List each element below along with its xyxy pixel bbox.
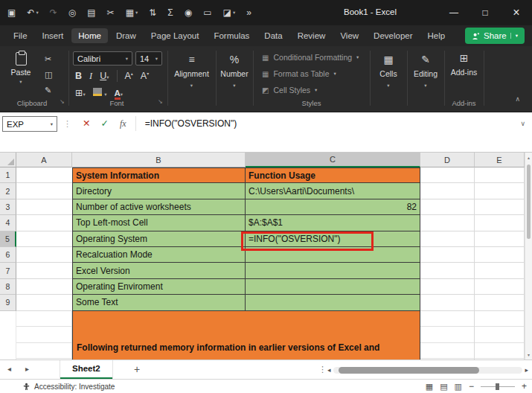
menu-tab-insert[interactable]: Insert xyxy=(36,28,71,43)
row-header-6[interactable]: 6 xyxy=(0,247,16,263)
cell-D4[interactable] xyxy=(420,215,475,231)
save-icon[interactable]: ▣ xyxy=(7,7,16,18)
paste-button[interactable]: Paste ▾ xyxy=(6,52,36,85)
col-header-B[interactable]: B xyxy=(72,153,246,167)
table-dropdown-icon[interactable]: ▾ xyxy=(135,10,138,16)
cell-E6[interactable] xyxy=(475,247,525,263)
row-header-3[interactable]: 3 xyxy=(0,199,16,215)
camera-qat-icon[interactable]: ◉ xyxy=(185,7,192,18)
clipboard-dialog-launcher-icon[interactable]: ↘ xyxy=(60,98,65,105)
cell-E2[interactable] xyxy=(475,183,525,199)
bold-button[interactable]: B xyxy=(75,71,82,81)
cell-A8[interactable] xyxy=(16,279,72,295)
cell-D10[interactable] xyxy=(420,311,475,360)
zoom-slider-thumb[interactable] xyxy=(496,383,499,390)
cell-C7[interactable] xyxy=(246,263,420,278)
touch-mode-icon[interactable]: ◎ xyxy=(68,7,76,18)
cell-E8[interactable] xyxy=(475,279,525,295)
cell-E4[interactable] xyxy=(475,215,525,231)
sheet-nav-left-icon[interactable]: ◂ xyxy=(7,365,11,373)
addins-button[interactable]: ⊞ Add-ins xyxy=(444,46,484,77)
font-name-combo[interactable]: Calibri ▾ xyxy=(73,51,132,66)
font-size-combo[interactable]: 14 ▾ xyxy=(135,51,162,66)
close-button[interactable]: × xyxy=(501,0,532,25)
confirm-entry-button[interactable]: ✓ xyxy=(100,116,108,132)
menu-tab-file[interactable]: File xyxy=(7,28,34,43)
col-header-C[interactable]: C xyxy=(246,153,420,167)
cell-C9[interactable] xyxy=(246,295,420,310)
cell-A5[interactable] xyxy=(16,231,72,247)
fill-color-dropdown-icon[interactable]: ▾ xyxy=(104,92,106,97)
menu-tab-developer[interactable]: Developer xyxy=(367,28,419,43)
insert-function-button[interactable]: fx xyxy=(120,116,126,132)
cell-E7[interactable] xyxy=(475,263,525,278)
cell-A4[interactable] xyxy=(16,215,72,231)
name-box[interactable]: EXP ▾ xyxy=(2,116,57,132)
minimize-button[interactable]: — xyxy=(438,0,469,25)
cell-D6[interactable] xyxy=(420,247,475,263)
menu-tab-home[interactable]: Home xyxy=(71,28,108,43)
hscroll-right-icon[interactable]: ▸ xyxy=(525,366,528,374)
page-layout-view-button[interactable]: ▤ xyxy=(440,382,447,392)
zoom-slider[interactable] xyxy=(481,383,515,391)
font-dialog-launcher-icon[interactable]: ↘ xyxy=(158,98,163,105)
cell-D5[interactable] xyxy=(420,231,475,247)
italic-button[interactable]: I xyxy=(89,71,92,82)
cell-E1[interactable] xyxy=(475,167,525,183)
cut-qat-icon[interactable]: ✂ xyxy=(107,7,115,18)
paste-dropdown-icon[interactable]: ▾ xyxy=(19,79,22,85)
cell-A6[interactable] xyxy=(16,247,72,263)
menu-tab-review[interactable]: Review xyxy=(291,28,333,43)
cell-C3[interactable]: 82 xyxy=(246,199,420,215)
cell-D9[interactable] xyxy=(420,295,475,310)
format-painter-button[interactable]: ✎ xyxy=(45,86,52,95)
cell-A1[interactable] xyxy=(16,167,72,183)
cell-D3[interactable] xyxy=(420,199,475,215)
cell-C4[interactable]: $A:$A$1 xyxy=(246,215,420,231)
decrease-font-button[interactable]: A▾ xyxy=(141,71,149,81)
cell-E3[interactable] xyxy=(475,199,525,215)
format-as-table-button[interactable]: ▦ Format as Table ▾ xyxy=(262,69,336,78)
cut-button[interactable]: ✂ xyxy=(45,54,52,64)
number-group-button[interactable]: % Number ▾ xyxy=(216,46,253,112)
cell-A7[interactable] xyxy=(16,263,72,278)
sort-qat-icon[interactable]: ⇅ xyxy=(149,7,156,18)
vscroll-thumb[interactable] xyxy=(527,164,531,239)
paste-qat-icon[interactable]: ▤ xyxy=(87,7,95,18)
fill-color-button[interactable]: ▾ xyxy=(93,88,107,98)
row-header-2[interactable]: 2 xyxy=(0,183,16,199)
cells-group-button[interactable]: ▦ Cells ▾ xyxy=(370,46,407,112)
menu-tab-formulas[interactable]: Formulas xyxy=(207,28,256,43)
cell-E5[interactable] xyxy=(475,231,525,247)
row-header-7[interactable]: 7 xyxy=(0,263,16,278)
vscroll-down-icon[interactable]: ▾ xyxy=(525,352,532,357)
alignment-group-button[interactable]: ≡ Alignment ▾ xyxy=(167,46,216,112)
formula-bar-splitter-icon[interactable]: ⋮ xyxy=(63,116,71,132)
underline-dropdown-icon[interactable]: ▾ xyxy=(106,74,109,80)
row-header-4[interactable]: 4 xyxy=(0,215,16,231)
cell-A3[interactable] xyxy=(16,199,72,215)
autosum-qat-icon[interactable]: Σ xyxy=(167,7,173,18)
menu-tab-data[interactable]: Data xyxy=(257,28,289,43)
undo-icon[interactable]: ↶▾ xyxy=(27,7,38,18)
cell-D8[interactable] xyxy=(420,279,475,295)
copy-button[interactable]: ◫ xyxy=(45,70,52,80)
cell-B2[interactable]: Directory xyxy=(72,183,246,199)
col-header-A[interactable]: A xyxy=(16,153,72,167)
cell-D7[interactable] xyxy=(420,263,475,278)
cell-B3[interactable]: Number of active worksheets xyxy=(72,199,246,215)
increase-font-button[interactable]: A▴ xyxy=(125,71,133,81)
row-header-1[interactable]: 1 xyxy=(0,167,16,183)
new-sheet-button[interactable]: + xyxy=(134,363,140,375)
cell-B4[interactable]: Top Left-most Cell xyxy=(72,215,246,231)
accessibility-status[interactable]: Accessibility: Investigate xyxy=(22,383,115,391)
share-dropdown-icon[interactable]: ▾ xyxy=(510,33,518,39)
hscroll-thumb[interactable] xyxy=(339,367,479,374)
vscroll-up-icon[interactable]: ▴ xyxy=(525,155,532,160)
font-color-button[interactable]: A▾ xyxy=(115,88,124,98)
cell-B5[interactable]: Operating System xyxy=(72,231,246,247)
font-color-dropdown-icon[interactable]: ▾ xyxy=(121,92,123,97)
cell-A9[interactable] xyxy=(16,295,72,310)
menu-tab-draw[interactable]: Draw xyxy=(109,28,143,43)
editing-group-button[interactable]: ✎ Editing ▾ xyxy=(407,46,444,112)
